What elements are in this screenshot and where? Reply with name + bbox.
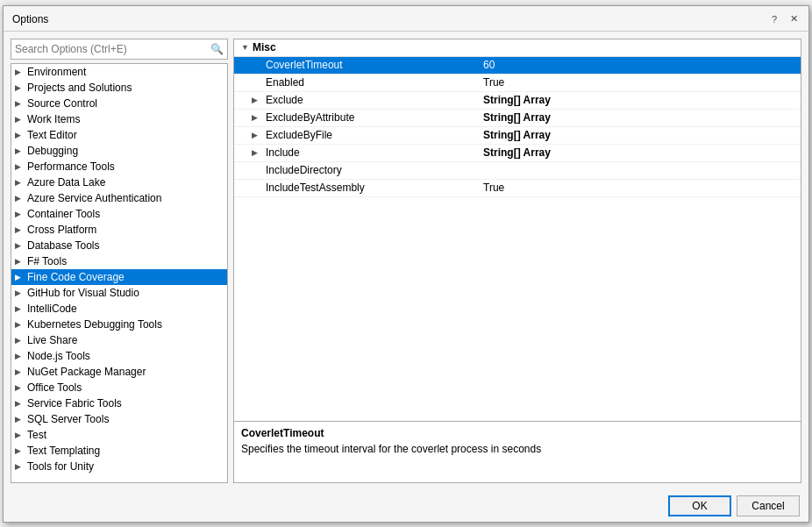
tree-item-text-editor[interactable]: ▶Text Editor [11,127,227,143]
tree-item-work-items[interactable]: ▶Work Items [11,111,227,127]
tree-item-performance-tools[interactable]: ▶Performance Tools [11,159,227,174]
cancel-button[interactable]: Cancel [737,495,800,516]
tree-arrow: ▶ [15,99,27,108]
tree-container[interactable]: ▶Environment▶Projects and Solutions▶Sour… [11,63,228,483]
tree-item-label: Container Tools [27,208,100,220]
tree-item-azure-service-auth[interactable]: ▶Azure Service Authentication [11,190,227,206]
prop-row-enabled[interactable]: EnabledTrue [234,75,801,92]
prop-value: True [480,182,504,194]
tree-arrow: ▶ [15,431,27,439]
tree-item-fsharp-tools[interactable]: ▶F# Tools [11,253,227,269]
tree-item-fine-code-coverage[interactable]: ▶Fine Code Coverage [11,269,227,285]
desc-text: Specifies the timeout interval for the c… [241,443,794,455]
help-button[interactable]: ? [766,11,782,27]
tree-arrow: ▶ [15,162,27,171]
title-bar-controls: ? ✕ [766,11,801,27]
ok-button[interactable]: OK [668,495,731,516]
prop-value: String[] Array [480,111,551,124]
description-panel: CoverletTimeout Specifies the timeout in… [233,422,801,483]
footer: OK Cancel [4,490,808,522]
tree-item-label: SQL Server Tools [27,413,109,425]
tree-arrow: ▶ [15,367,27,376]
tree-item-kubernetes-debugging[interactable]: ▶Kubernetes Debugging Tools [11,317,227,332]
prop-row-exclude-by-attribute[interactable]: ▶ExcludeByAttributeString[] Array [234,110,801,127]
tree-arrow: ▶ [15,399,27,408]
prop-row-coverlet-timeout[interactable]: CoverletTimeout60 [234,57,801,75]
section-title: Misc [253,41,276,53]
tree-item-test[interactable]: ▶Test [11,427,227,443]
tree-item-projects-solutions[interactable]: ▶Projects and Solutions [11,80,227,96]
tree-item-sql-server-tools[interactable]: ▶SQL Server Tools [11,411,227,427]
right-panel: ▼ Misc CoverletTimeout60EnabledTrue▶Excl… [233,39,801,483]
tree-item-text-templating[interactable]: ▶Text Templating [11,443,227,459]
tree-item-github-vs[interactable]: ▶GitHub for Visual Studio [11,285,227,301]
tree-item-label: Service Fabric Tools [27,397,122,409]
tree-item-live-share[interactable]: ▶Live Share [11,332,227,348]
tree-item-environment[interactable]: ▶Environment [11,64,227,80]
prop-name: ▶Include [234,146,480,159]
tree-arrow: ▶ [15,178,27,187]
prop-value: String[] Array [480,146,551,159]
tree-item-label: Kubernetes Debugging Tools [27,318,162,331]
tree-item-label: Azure Service Authentication [27,192,161,204]
tree-item-label: Environment [27,66,86,78]
tree-arrow: ▶ [15,288,27,297]
tree-item-label: Office Tools [27,381,82,394]
options-dialog: Options ? ✕ 🔍 ▶Environment▶Projects and … [3,5,809,523]
prop-row-exclude[interactable]: ▶ExcludeString[] Array [234,92,801,110]
tree-item-database-tools[interactable]: ▶Database Tools [11,238,227,253]
tree-item-office-tools[interactable]: ▶Office Tools [11,380,227,395]
tree-arrow: ▶ [15,352,27,360]
prop-row-include-directory[interactable]: IncludeDirectory [234,162,801,180]
prop-row-include[interactable]: ▶IncludeString[] Array [234,145,801,162]
prop-expand-arrow: ▶ [252,96,262,104]
tree-item-tools-unity[interactable]: ▶Tools for Unity [11,459,227,474]
tree-item-intellicode[interactable]: ▶IntelliCode [11,301,227,317]
prop-name: IncludeTestAssembly [234,182,480,194]
tree-item-label: Fine Code Coverage [27,271,125,283]
search-box[interactable]: 🔍 [11,39,228,60]
tree-item-label: F# Tools [27,255,67,267]
tree-arrow: ▶ [15,241,27,250]
tree-item-nodejs-tools[interactable]: ▶Node.js Tools [11,348,227,364]
prop-name: CoverletTimeout [234,59,480,71]
prop-name: ▶Exclude [234,94,480,106]
prop-name: ▶ExcludeByAttribute [234,111,480,124]
tree-item-cross-platform[interactable]: ▶Cross Platform [11,222,227,238]
tree-item-label: GitHub for Visual Studio [27,287,139,299]
tree-item-container-tools[interactable]: ▶Container Tools [11,206,227,222]
tree-item-label: NuGet Package Manager [27,366,146,378]
tree-item-source-control[interactable]: ▶Source Control [11,96,227,111]
prop-value: 60 [480,59,495,71]
props-section-header: ▼ Misc [234,39,801,57]
main-content: 🔍 ▶Environment▶Projects and Solutions▶So… [4,32,808,490]
prop-value: True [480,76,504,89]
tree-arrow: ▶ [15,320,27,329]
tree-item-label: Tools for Unity [27,460,94,473]
prop-row-include-test-assembly[interactable]: IncludeTestAssemblyTrue [234,180,801,197]
tree-item-label: Performance Tools [27,160,115,173]
tree-item-service-fabric[interactable]: ▶Service Fabric Tools [11,395,227,411]
search-input[interactable] [15,43,210,55]
dialog-title: Options [12,13,48,25]
prop-expand-arrow: ▶ [252,131,262,139]
close-button[interactable]: ✕ [786,11,801,27]
tree-arrow: ▶ [15,336,27,345]
prop-value: String[] Array [480,129,551,141]
tree-arrow: ▶ [15,225,27,234]
tree-item-label: Cross Platform [27,224,96,236]
tree-item-nuget-package[interactable]: ▶NuGet Package Manager [11,364,227,380]
tree-item-label: Database Tools [27,239,100,252]
tree-item-debugging[interactable]: ▶Debugging [11,143,227,159]
props-container[interactable]: ▼ Misc CoverletTimeout60EnabledTrue▶Excl… [233,39,801,422]
tree-item-label: Node.js Tools [27,350,90,362]
prop-row-exclude-by-file[interactable]: ▶ExcludeByFileString[] Array [234,127,801,145]
tree-arrow: ▶ [15,83,27,92]
tree-arrow: ▶ [15,115,27,124]
tree-arrow: ▶ [15,210,27,218]
tree-item-label: Projects and Solutions [27,82,132,94]
prop-name: IncludeDirectory [234,164,480,176]
desc-title: CoverletTimeout [241,427,794,439]
tree-item-azure-data-lake[interactable]: ▶Azure Data Lake [11,174,227,190]
tree-arrow: ▶ [15,462,27,471]
